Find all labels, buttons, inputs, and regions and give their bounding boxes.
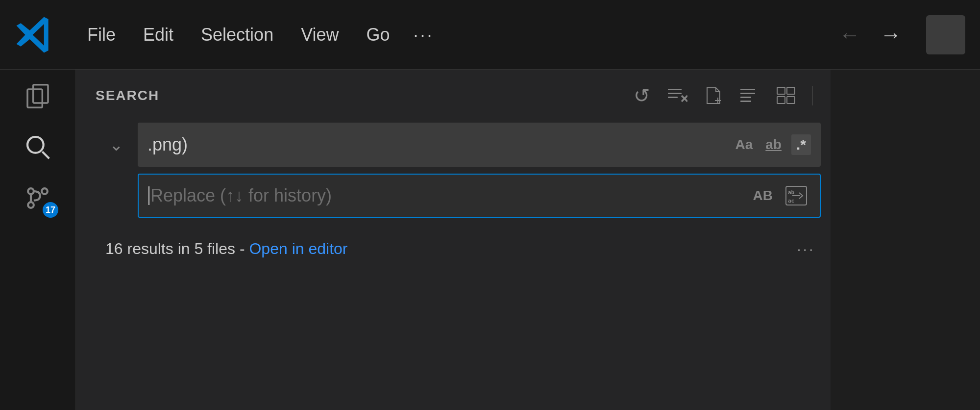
more-menus[interactable]: ··· bbox=[404, 20, 444, 50]
svg-rect-10 bbox=[668, 97, 678, 98]
svg-rect-21 bbox=[787, 87, 795, 94]
svg-rect-20 bbox=[777, 97, 785, 103]
search-input-icons: Aa ab .* bbox=[733, 134, 811, 155]
svg-rect-15 bbox=[740, 89, 755, 90]
svg-rect-17 bbox=[740, 97, 751, 98]
replace-icons: AB ab ac bbox=[750, 184, 810, 207]
view-menu[interactable]: View bbox=[287, 20, 352, 50]
results-info: 16 results in 5 files - Open in editor ·… bbox=[105, 239, 815, 258]
edit-menu[interactable]: Edit bbox=[129, 20, 187, 50]
results-more-button[interactable]: ··· bbox=[797, 239, 815, 258]
window-controls bbox=[926, 15, 965, 54]
replace-row: AB ab ac bbox=[105, 174, 821, 218]
svg-rect-8 bbox=[668, 89, 682, 90]
menu-bar: File Edit Selection View Go ··· bbox=[74, 20, 834, 50]
svg-rect-22 bbox=[787, 97, 795, 103]
titlebar: File Edit Selection View Go ··· ← → bbox=[0, 0, 980, 70]
results-area: 16 results in 5 files - Open in editor ·… bbox=[76, 234, 831, 263]
results-count: 16 results in 5 files - Open in editor bbox=[105, 240, 347, 258]
editor-area bbox=[831, 70, 980, 410]
collapse-all-button[interactable] bbox=[737, 84, 762, 107]
open-in-editor-link[interactable]: Open in editor bbox=[249, 240, 347, 257]
panel-actions: ↺ bbox=[631, 81, 815, 110]
search-sidebar: SEARCH ↺ bbox=[76, 70, 831, 410]
refresh-button[interactable]: ↺ bbox=[631, 81, 653, 110]
activity-bar: 17 bbox=[0, 70, 76, 410]
forward-button[interactable]: → bbox=[875, 20, 906, 50]
panel-title: SEARCH bbox=[96, 88, 159, 103]
svg-rect-19 bbox=[777, 87, 785, 94]
svg-point-6 bbox=[42, 188, 48, 194]
replace-input[interactable] bbox=[150, 185, 750, 206]
svg-rect-18 bbox=[740, 101, 751, 102]
go-menu[interactable]: Go bbox=[353, 20, 404, 50]
source-control-badge: 17 bbox=[43, 202, 58, 218]
panel-divider bbox=[812, 86, 813, 105]
regex-button[interactable]: .* bbox=[791, 134, 811, 155]
svg-point-5 bbox=[28, 202, 34, 208]
clear-results-button[interactable] bbox=[665, 84, 690, 107]
search-input-wrapper: Aa ab .* bbox=[138, 123, 821, 167]
results-count-text: 16 results in 5 files - bbox=[105, 240, 249, 257]
replace-input-wrapper: AB ab ac bbox=[138, 174, 821, 218]
sidebar-item-search[interactable] bbox=[21, 130, 54, 164]
file-menu[interactable]: File bbox=[74, 20, 129, 50]
case-sensitive-button[interactable]: Aa bbox=[733, 135, 756, 154]
search-input[interactable] bbox=[147, 134, 733, 155]
replace-all-button[interactable]: ab ac bbox=[783, 184, 810, 207]
main-content: 17 SEARCH ↺ bbox=[0, 70, 980, 410]
whole-word-button[interactable]: ab bbox=[762, 135, 784, 154]
back-button[interactable]: ← bbox=[834, 20, 865, 50]
svg-rect-9 bbox=[668, 93, 682, 94]
sidebar-item-explorer[interactable] bbox=[21, 79, 54, 113]
titlebar-nav: ← → bbox=[834, 15, 965, 54]
selection-menu[interactable]: Selection bbox=[187, 20, 287, 50]
svg-rect-16 bbox=[740, 93, 755, 94]
svg-line-3 bbox=[42, 152, 49, 158]
text-cursor bbox=[148, 186, 149, 205]
new-file-button[interactable] bbox=[702, 83, 726, 108]
panel-header: SEARCH ↺ bbox=[76, 70, 831, 118]
vscode-logo[interactable] bbox=[15, 15, 54, 54]
svg-point-4 bbox=[28, 188, 34, 194]
search-row: ⌄ Aa ab .* bbox=[105, 123, 821, 167]
svg-text:ac: ac bbox=[788, 198, 794, 204]
expand-toggle[interactable]: ⌄ bbox=[105, 133, 130, 156]
svg-rect-1 bbox=[27, 89, 42, 107]
svg-rect-0 bbox=[33, 85, 48, 103]
svg-text:ab: ab bbox=[788, 189, 795, 196]
search-area: ⌄ Aa ab .* AB bbox=[76, 118, 831, 234]
preserve-case-button[interactable]: AB bbox=[750, 186, 776, 205]
sidebar-item-source-control[interactable]: 17 bbox=[21, 181, 54, 215]
view-as-tree-button[interactable] bbox=[774, 84, 798, 107]
svg-point-2 bbox=[27, 137, 44, 153]
